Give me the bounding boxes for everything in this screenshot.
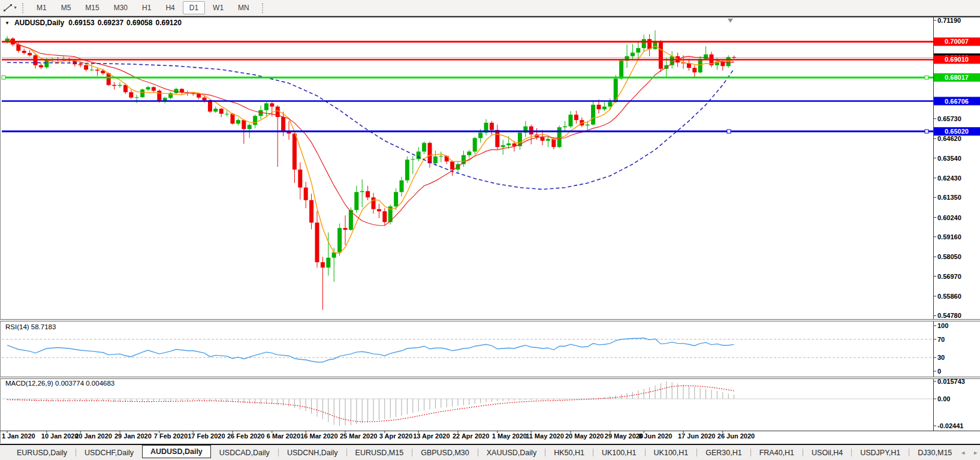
svg-text:17 Jun 2020: 17 Jun 2020 [678,432,715,440]
svg-text:0.65020: 0.65020 [945,128,969,135]
chart-tab-dj30-m15[interactable]: DJ30,M15 [909,447,960,459]
chart-tab-uk100-h1[interactable]: UK100,H1 [593,447,645,459]
svg-text:0.59160: 0.59160 [937,233,961,240]
svg-text:1 Jan 2020: 1 Jan 2020 [2,432,35,440]
chevron-down-icon: ▾ [14,5,16,10]
chart-tab-eurusd-daily[interactable]: EURUSD,Daily [8,447,76,459]
svg-text:13 Apr 2020: 13 Apr 2020 [413,432,450,440]
timeframe-button-w1[interactable]: W1 [206,1,230,14]
line-handle[interactable] [925,76,928,79]
low-value: 0.69058 [126,19,152,27]
timeframe-button-m5[interactable]: M5 [55,1,78,14]
timeframe-toolbar: ▾ M1M5M15M30H1H4D1W1MN [0,0,980,16]
chart-plot-area[interactable] [0,17,980,443]
open-value: 0.69153 [68,19,94,27]
chart-tab-hk50-h1[interactable]: HK50,H1 [545,447,593,459]
tab-scroll-left-icon[interactable]: ◄ [960,450,966,456]
svg-text:0.71190: 0.71190 [937,17,961,24]
svg-text:70: 70 [937,336,945,343]
svg-text:6 Mar 2020: 6 Mar 2020 [267,432,300,440]
svg-text:100: 100 [937,322,948,329]
chart-tab-bar: EURUSD,DailyUSDCHF,DailyAUDUSD,DailyUSDC… [0,444,980,460]
line-handle[interactable] [727,130,731,133]
svg-text:26 Jun 2020: 26 Jun 2020 [717,432,755,440]
line-handle[interactable] [2,76,5,79]
chart-tab-audusd-daily[interactable]: AUDUSD,Daily [142,445,211,458]
timeframe-button-m15[interactable]: M15 [79,1,105,14]
symbol-dropdown-caret-icon[interactable]: ▼ [5,20,10,26]
chart-tab-usdjpy-h1[interactable]: USDJPY,H1 [852,447,909,459]
svg-text:0.62430: 0.62430 [937,175,961,182]
timeframe-button-d1[interactable]: D1 [183,1,205,14]
svg-text:0.54780: 0.54780 [937,312,961,319]
svg-text:10 Jan 2020: 10 Jan 2020 [41,432,79,440]
svg-text:0.68017: 0.68017 [945,74,969,81]
svg-text:22 Apr 2020: 22 Apr 2020 [453,432,489,440]
svg-text:29 May 2020: 29 May 2020 [605,432,643,440]
svg-text:0.65730: 0.65730 [937,115,961,122]
chart-tab-xauusd-daily[interactable]: XAUUSD,Daily [478,447,545,459]
chart-tab-uk100-h1[interactable]: UK100,H1 [646,447,697,459]
svg-text:0.015743: 0.015743 [937,378,965,385]
chart-title: ▼ AUDUSD,Daily 0.69153 0.69237 0.69058 0… [5,19,182,27]
timeframe-button-m1[interactable]: M1 [30,1,53,14]
chart-tab-fra40-h1[interactable]: FRA40,H1 [751,447,803,459]
high-value: 0.69237 [98,19,123,27]
svg-text:0.64620: 0.64620 [937,135,961,142]
tab-scroll-arrows: ◄► [960,450,978,456]
chart-tab-usdchf-daily[interactable]: USDCHF,Daily [76,447,142,459]
svg-text:11 May 2020: 11 May 2020 [526,432,564,440]
svg-text:1 May 2020: 1 May 2020 [492,432,527,440]
trendline-icon [4,4,13,12]
macd-indicator-label: MACD(12,26,9) 0.003774 0.004683 [5,380,114,387]
svg-text:0.69010: 0.69010 [945,56,969,63]
svg-text:0.00: 0.00 [937,395,950,402]
close-value: 0.69120 [155,19,181,27]
chart-canvas[interactable]: 0.711900.679200.657300.646200.635400.624… [0,0,980,460]
svg-text:0.66706: 0.66706 [945,98,969,105]
chart-tab-ger30-h1[interactable]: GER30,H1 [697,447,750,459]
svg-text:0.61350: 0.61350 [937,194,961,201]
timeframe-buttons: M1M5M15M30H1H4D1W1MN [30,1,256,14]
chart-tab-usoil-h4[interactable]: USOil,H4 [803,447,851,459]
svg-text:8 Jun 2020: 8 Jun 2020 [638,432,672,440]
toolbar-grip-end [262,3,266,13]
chart-tab-eurusd-m15[interactable]: EURUSD,M15 [347,447,412,459]
svg-text:0.58050: 0.58050 [937,253,961,260]
svg-text:20 Jan 2020: 20 Jan 2020 [75,432,112,440]
svg-text:-0.02441: -0.02441 [937,422,963,429]
svg-text:3 Apr 2020: 3 Apr 2020 [379,432,412,440]
svg-text:26 Feb 2020: 26 Feb 2020 [227,432,264,440]
tab-scroll-right-icon[interactable]: ► [973,450,978,456]
line-handle[interactable] [925,130,928,133]
svg-text:20 May 2020: 20 May 2020 [565,432,604,440]
svg-text:0.60240: 0.60240 [937,214,961,221]
rsi-indicator-label: RSI(14) 58.7183 [5,323,56,330]
svg-text:0.55860: 0.55860 [937,293,961,300]
chart-tab-usdcnh-daily[interactable]: USDCNH,Daily [279,447,346,459]
timeframe-button-h1[interactable]: H1 [135,1,158,14]
timeframe-button-h4[interactable]: H4 [159,1,181,14]
svg-text:30: 30 [937,354,945,361]
svg-text:0.56970: 0.56970 [937,273,961,280]
trendline-tool-button[interactable]: ▾ [1,2,20,14]
svg-text:0.63540: 0.63540 [937,155,961,162]
svg-text:17 Feb 2020: 17 Feb 2020 [188,432,225,440]
timeframe-button-mn[interactable]: MN [231,1,256,14]
svg-text:7 Feb 2020: 7 Feb 2020 [154,432,188,440]
svg-text:0.70007: 0.70007 [945,38,969,45]
chart-tab-usdcad-daily[interactable]: USDCAD,Daily [211,447,278,459]
timeframe-button-m30[interactable]: M30 [107,1,134,14]
chart-symbol-label: AUDUSD,Daily [14,19,64,27]
chart-tab-gbpusd-m30[interactable]: GBPUSD,M30 [412,447,478,459]
svg-text:25 Mar 2020: 25 Mar 2020 [340,432,377,440]
svg-text:16 Mar 2020: 16 Mar 2020 [300,432,337,440]
svg-text:29 Jan 2020: 29 Jan 2020 [114,432,152,440]
toolbar-grip[interactable] [22,3,26,13]
svg-text:0: 0 [937,368,941,375]
